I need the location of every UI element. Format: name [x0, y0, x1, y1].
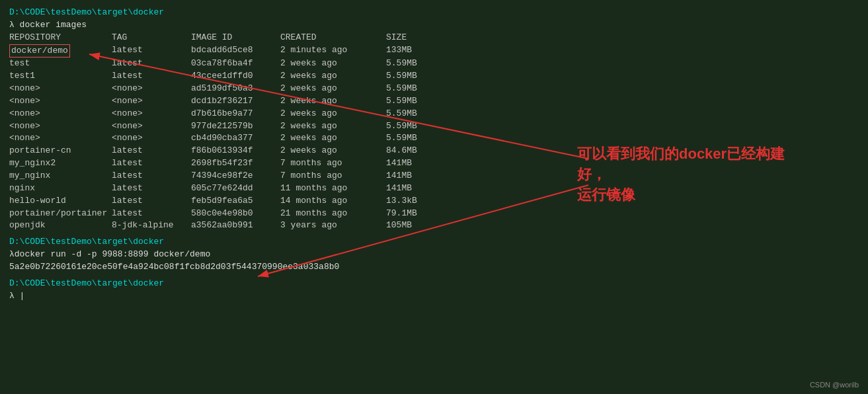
header-repo: REPOSITORY: [9, 32, 112, 44]
cell-created: 11 months ago: [280, 182, 386, 195]
cell-created: 2 weeks ago: [280, 83, 386, 95]
cell-repo: my_nginx: [9, 170, 112, 182]
cell-repo: <none>: [9, 108, 112, 120]
table-row: <none><none>ad5199df50a32 weeks ago5.59M…: [9, 83, 859, 95]
cell-tag: latest: [112, 44, 191, 58]
cell-created: 2 minutes ago: [280, 44, 386, 58]
header-size: SIZE: [386, 32, 407, 44]
path-3: D:\CODE\testDemo\target\docker: [9, 278, 164, 290]
cmd1: λ docker images: [9, 19, 87, 32]
cell-repo: test1: [9, 70, 112, 83]
cell-tag: latest: [112, 145, 191, 157]
table-row: portainer/portainerlatest580c0e4e98b021 …: [9, 208, 859, 220]
table-row: <none><none>dcd1b2f362172 weeks ago5.59M…: [9, 95, 859, 108]
cell-created: 14 months ago: [280, 195, 386, 208]
cell-repo: hello-world: [9, 195, 112, 208]
cell-id: a3562aa0b991: [191, 219, 280, 232]
table-row: docker/demolatestbdcadd6d5ce82 minutes a…: [9, 44, 859, 58]
table-row: testlatest03ca78f6ba4f2 weeks ago5.59MB: [9, 58, 859, 70]
cmd2: λdocker run -d -p 9988:8899 docker/demo: [9, 249, 210, 261]
cell-tag: latest: [112, 170, 191, 182]
cell-created: 2 weeks ago: [280, 58, 386, 70]
cell-size: 141MB: [386, 182, 412, 195]
cell-repo: openjdk: [9, 219, 112, 232]
cell-size: 84.6MB: [386, 145, 417, 157]
path-2: D:\CODE\testDemo\target\docker: [9, 236, 164, 249]
cell-id: 580c0e4e98b0: [191, 208, 280, 220]
cell-id: feb5d9fea6a5: [191, 195, 280, 208]
cell-size: 79.1MB: [386, 208, 417, 220]
cell-tag: latest: [112, 157, 191, 170]
cell-size: 141MB: [386, 157, 412, 170]
prompt-line-1: D:\CODE\testDemo\target\docker: [9, 7, 859, 19]
cell-id: bdcadd6d5ce8: [191, 44, 280, 58]
table-row: <none><none>cb4d90cba3772 weeks ago5.59M…: [9, 132, 859, 145]
cell-created: 3 years ago: [280, 219, 386, 232]
cell-id: dcd1b2f36217: [191, 95, 280, 108]
cell-created: 21 months ago: [280, 208, 386, 220]
prompt-line-3: D:\CODE\testDemo\target\docker: [9, 278, 859, 290]
cell-size: 5.59MB: [386, 58, 417, 70]
path-1: D:\CODE\testDemo\target\docker: [9, 7, 164, 19]
header-tag: TAG: [112, 32, 191, 44]
cell-id: 2698fb54f23f: [191, 157, 280, 170]
table-row: test1latest43ccee1dffd02 weeks ago5.59MB: [9, 70, 859, 83]
cell-tag: latest: [112, 58, 191, 70]
cell-repo: docker/demo: [9, 44, 112, 58]
cell-id: d7b616be9a77: [191, 108, 280, 120]
final-prompt-line: λ |: [9, 290, 859, 303]
cell-tag: latest: [112, 195, 191, 208]
cell-id: ad5199df50a3: [191, 83, 280, 95]
cell-repo: <none>: [9, 132, 112, 145]
cell-tag: latest: [112, 70, 191, 83]
final-prompt: λ |: [9, 290, 24, 303]
cell-size: 5.59MB: [386, 132, 417, 145]
cell-created: 2 weeks ago: [280, 120, 386, 133]
table-row: <none><none>d7b616be9a772 weeks ago5.59M…: [9, 108, 859, 120]
command-line-1: λ docker images: [9, 19, 859, 32]
command-line-2: λdocker run -d -p 9988:8899 docker/demo: [9, 249, 859, 261]
cell-repo: test: [9, 58, 112, 70]
cell-created: 7 months ago: [280, 170, 386, 182]
cell-repo: <none>: [9, 95, 112, 108]
cell-repo: nginx: [9, 182, 112, 195]
annotation-line1: 可以看到我们的docker已经构建好，: [577, 145, 785, 182]
cell-id: 605c77e624dd: [191, 182, 280, 195]
header-created: CREATED: [280, 32, 386, 44]
cell-size: 5.59MB: [386, 108, 417, 120]
cell-tag: <none>: [112, 95, 191, 108]
watermark: CSDN @worilb: [810, 381, 859, 389]
cell-created: 2 weeks ago: [280, 108, 386, 120]
cell-tag: <none>: [112, 83, 191, 95]
cell-tag: <none>: [112, 120, 191, 133]
cell-size: 133MB: [386, 44, 412, 58]
cell-size: 141MB: [386, 170, 412, 182]
cell-id: 74394ce98f2e: [191, 170, 280, 182]
cell-repo: my_nginx2: [9, 157, 112, 170]
table-row: openjdk8-jdk-alpinea3562aa0b9913 years a…: [9, 219, 859, 232]
cell-created: 2 weeks ago: [280, 145, 386, 157]
table-row: <none><none>977de212579b2 weeks ago5.59M…: [9, 120, 859, 133]
annotation-line2: 运行镜像: [577, 186, 635, 203]
cell-tag: <none>: [112, 108, 191, 120]
table-header: REPOSITORYTAGIMAGE IDCREATEDSIZE: [9, 32, 859, 44]
cell-size: 5.59MB: [386, 95, 417, 108]
cell-id: 43ccee1dffd0: [191, 70, 280, 83]
annotation-text: 可以看到我们的docker已经构建好， 运行镜像: [577, 144, 802, 205]
cell-created: 2 weeks ago: [280, 70, 386, 83]
cell-size: 5.59MB: [386, 83, 417, 95]
header-id: IMAGE ID: [191, 32, 280, 44]
cell-size: 5.59MB: [386, 70, 417, 83]
cell-size: 13.3kB: [386, 195, 417, 208]
cell-tag: latest: [112, 182, 191, 195]
cell-size: 5.59MB: [386, 120, 417, 133]
cell-id: f86b0613934f: [191, 145, 280, 157]
prompt-line-2: D:\CODE\testDemo\target\docker: [9, 236, 859, 249]
cell-tag: 8-jdk-alpine: [112, 219, 191, 232]
cell-created: 2 weeks ago: [280, 95, 386, 108]
cell-created: 7 months ago: [280, 157, 386, 170]
cell-id: 03ca78f6ba4f: [191, 58, 280, 70]
container-id-line: 5a2e0b72260161e20ce50fe4a924bc08f1fcb8d2…: [9, 261, 859, 274]
cell-tag: latest: [112, 208, 191, 220]
cell-created: 2 weeks ago: [280, 132, 386, 145]
